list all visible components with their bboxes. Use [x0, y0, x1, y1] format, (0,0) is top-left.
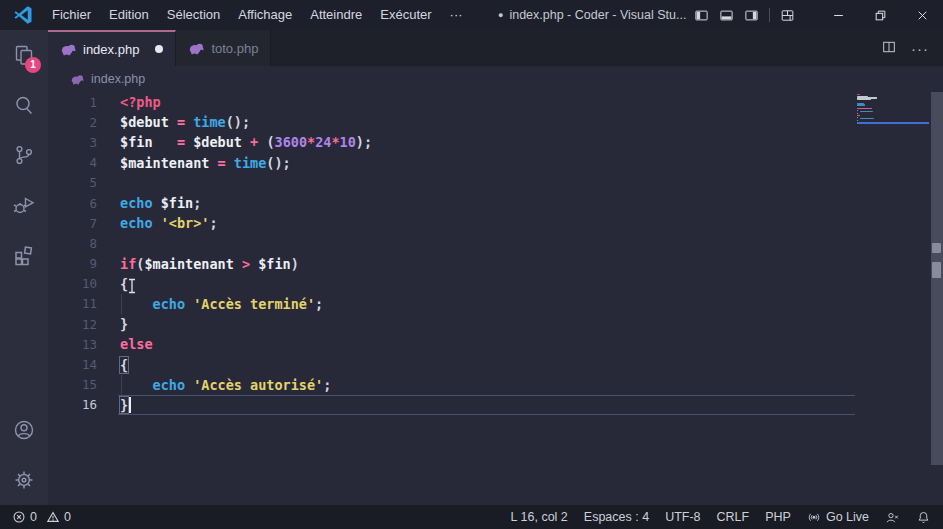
minimap-line	[857, 99, 871, 100]
feedback-icon[interactable]	[885, 510, 900, 525]
tab-toto-php[interactable]: toto.php	[176, 30, 271, 66]
vscode-logo-icon	[13, 5, 33, 25]
activity-bar: 1	[0, 30, 48, 505]
code-line-13[interactable]: 13else	[48, 334, 943, 354]
php-file-icon	[70, 73, 85, 85]
tab-bar: index.phptoto.php ···	[48, 30, 943, 66]
toggle-sidebar-icon[interactable]	[694, 8, 709, 23]
code-line-8[interactable]: 8	[48, 233, 943, 253]
error-count: 0	[30, 510, 37, 524]
code-editor[interactable]: 1<?php2$debut = time();3$fin = $debut + …	[48, 92, 943, 505]
line-number: 12	[48, 317, 97, 332]
code-line-3[interactable]: 3$fin = $debut + (3600*24*10);	[48, 132, 943, 152]
menu-fichier[interactable]: Fichier	[43, 0, 100, 30]
minimap-line	[857, 108, 872, 109]
line-number: 10	[48, 276, 97, 291]
modified-dot[interactable]	[155, 45, 163, 53]
code-line-15[interactable]: 15 echo 'Accès autorisé';	[48, 375, 943, 395]
code-line-5[interactable]: 5	[48, 173, 943, 193]
tab-index-php[interactable]: index.php	[48, 30, 176, 66]
line-content: <?php	[120, 94, 161, 110]
code-line-6[interactable]: 6echo $fin;	[48, 193, 943, 213]
broadcast-icon	[807, 510, 821, 524]
line-number: 6	[48, 196, 97, 211]
close-button[interactable]	[901, 0, 943, 30]
status-crlf[interactable]: CRLF	[717, 510, 750, 524]
breadcrumb-file: index.php	[91, 72, 145, 86]
status-label: CRLF	[717, 510, 750, 524]
editor-group: index.phptoto.php ··· index.php 1<?php2$…	[48, 30, 943, 505]
activitybar-explorer-icon[interactable]: 1	[0, 30, 48, 80]
status-go-live[interactable]: Go Live	[807, 510, 869, 524]
minimap-current-line-marker	[857, 122, 929, 124]
status-label: PHP	[765, 510, 791, 524]
code-line-11[interactable]: 11 echo 'Accès terminé';	[48, 294, 943, 314]
minimap[interactable]	[857, 94, 929, 124]
bell-icon[interactable]	[916, 510, 931, 525]
more-actions-icon[interactable]: ···	[911, 40, 929, 57]
status-right: L 16, col 2Espaces : 4UTF-8CRLFPHPGo Liv…	[511, 510, 931, 525]
scrollbar-marker	[932, 243, 941, 253]
window-title-text: index.php - Coder - Visual Stu...	[509, 8, 686, 22]
activitybar-run-debug-icon[interactable]	[0, 180, 48, 230]
status-left: 0 0	[12, 510, 71, 524]
problems-indicator[interactable]: 0 0	[12, 510, 71, 524]
menu-ex-cuter[interactable]: Exécuter	[371, 0, 440, 30]
status-l-16-col-2[interactable]: L 16, col 2	[511, 510, 568, 524]
editor-scrollbar[interactable]	[931, 92, 943, 465]
line-content: $debut = time();	[120, 114, 250, 130]
status-utf-8[interactable]: UTF-8	[665, 510, 700, 524]
line-content: $fin = $debut + (3600*24*10);	[120, 134, 372, 150]
explorer-badge: 1	[25, 57, 41, 73]
activitybar-settings-icon[interactable]	[0, 455, 48, 505]
menu-s-lection[interactable]: Sélection	[158, 0, 229, 30]
activity-bar-top: 1	[0, 30, 48, 280]
code-line-12[interactable]: 12}	[48, 314, 943, 334]
toggle-secondary-sidebar-icon[interactable]	[744, 8, 759, 23]
code-lines: 1<?php2$debut = time();3$fin = $debut + …	[48, 92, 943, 415]
code-line-9[interactable]: 9if($maintenant > $fin)	[48, 254, 943, 274]
restore-button[interactable]	[859, 0, 901, 30]
breadcrumb[interactable]: index.php	[48, 66, 943, 92]
layout-controls	[694, 0, 795, 30]
menu-more[interactable]: ···	[441, 0, 472, 30]
activitybar-source-control-icon[interactable]	[0, 130, 48, 180]
line-number: 4	[48, 155, 97, 170]
code-line-14[interactable]: 14{	[48, 354, 943, 374]
menu-atteindre[interactable]: Atteindre	[301, 0, 371, 30]
menu-edition[interactable]: Edition	[100, 0, 158, 30]
line-content: echo '<br>';	[120, 215, 218, 231]
code-line-16[interactable]: 16}	[48, 395, 943, 415]
line-number: 3	[48, 135, 97, 150]
menu-affichage[interactable]: Affichage	[229, 0, 301, 30]
minimap-line	[857, 117, 858, 118]
status-php[interactable]: PHP	[765, 510, 791, 524]
line-content: if($maintenant > $fin)	[120, 256, 299, 272]
code-line-10[interactable]: 10{	[48, 274, 943, 294]
activitybar-extensions-icon[interactable]	[0, 230, 48, 280]
warning-icon	[46, 510, 60, 524]
minimap-line	[857, 110, 858, 111]
minimap-line	[857, 94, 860, 95]
code-line-7[interactable]: 7echo '<br>';	[48, 213, 943, 233]
toggle-panel-icon[interactable]	[719, 8, 734, 23]
window-controls	[817, 0, 943, 30]
code-line-1[interactable]: 1<?php	[48, 92, 943, 112]
php-file-icon	[60, 42, 77, 56]
customize-layout-icon[interactable]	[780, 8, 795, 23]
line-content: }	[120, 397, 131, 413]
line-content: echo 'Accès terminé';	[120, 296, 323, 312]
code-line-4[interactable]: 4$maintenant = time();	[48, 153, 943, 173]
mouse-ibeam-cursor	[127, 278, 137, 294]
minimize-button[interactable]	[817, 0, 859, 30]
status-espaces-4[interactable]: Espaces : 4	[584, 510, 649, 524]
split-editor-icon[interactable]	[881, 39, 897, 58]
code-line-2[interactable]: 2$debut = time();	[48, 112, 943, 132]
line-number: 15	[48, 377, 97, 392]
main-area: 1 index.phptoto.php ··· index.php 1<?php…	[0, 30, 943, 505]
line-number: 1	[48, 95, 97, 110]
line-content: $maintenant = time();	[120, 155, 291, 171]
activitybar-account-icon[interactable]	[0, 405, 48, 455]
activitybar-search-icon[interactable]	[0, 80, 48, 130]
vscode-window: FichierEditionSélectionAffichageAtteindr…	[0, 0, 943, 529]
